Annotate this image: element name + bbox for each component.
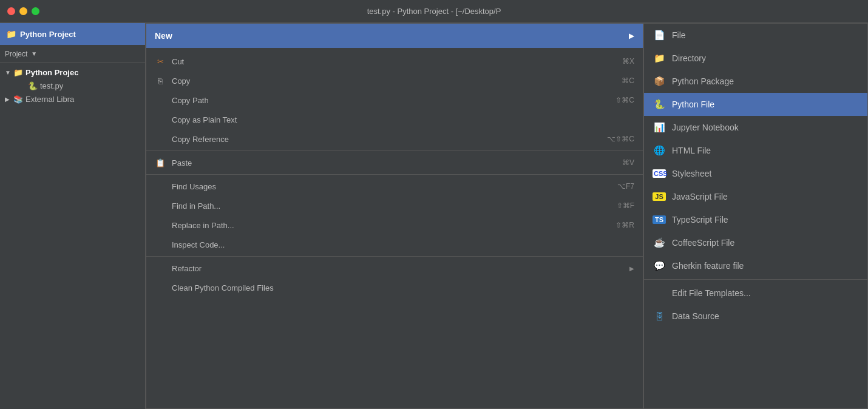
- submenu-item-gherkin[interactable]: 💬 Gherkin feature file: [644, 254, 867, 277]
- menu-header-new[interactable]: New ▶: [146, 24, 643, 48]
- copy-label: Copy: [172, 76, 615, 86]
- submenu-item-edit-templates[interactable]: Edit File Templates...: [644, 282, 867, 305]
- dropdown-arrow-icon[interactable]: ▼: [31, 50, 37, 57]
- datasource-icon: 🗄: [653, 311, 666, 322]
- menu-item-refactor[interactable]: Refactor ▶: [146, 259, 643, 278]
- close-button[interactable]: [7, 7, 15, 15]
- replace-label: Replace in Path...: [172, 221, 609, 230]
- tree-expand-icon: ▶: [5, 96, 11, 103]
- html-icon: 🌐: [653, 145, 666, 156]
- refactor-submenu-arrow: ▶: [629, 265, 634, 272]
- project-folder-icon: 📁: [13, 68, 23, 77]
- stylesheet-label: Stylesheet: [672, 169, 711, 178]
- sidebar-project-title: Python Project: [20, 30, 76, 39]
- tree-item-python-project[interactable]: ▼ 📁 Python Projec: [0, 66, 145, 79]
- find-in-path-label: Find in Path...: [172, 201, 611, 211]
- paste-label: Paste: [172, 158, 616, 167]
- maximize-button[interactable]: [32, 7, 39, 15]
- titlebar: test.py - Python Project - [~/Desktop/P: [0, 0, 868, 23]
- submenu-item-directory[interactable]: 📁 Directory: [644, 47, 867, 70]
- submenu-item-python-file[interactable]: 🐍 Python File: [644, 93, 867, 116]
- copy-plain-label: Copy as Plain Text: [172, 115, 628, 124]
- submenu-item-python-package[interactable]: 📦 Python Package: [644, 70, 867, 93]
- python-file-label: Python File: [672, 100, 714, 109]
- coffeescript-label: CoffeeScript File: [672, 238, 734, 248]
- python-file-icon: 🐍: [653, 99, 666, 110]
- menu-separator-2: [146, 174, 643, 175]
- project-folder-icon: 📁: [6, 29, 16, 39]
- sidebar-header: 📁 Python Project: [0, 23, 145, 45]
- inspect-label: Inspect Code...: [172, 240, 628, 249]
- find-usages-shortcut: ⌥F7: [617, 182, 634, 191]
- copy-icon: ⎘: [155, 76, 166, 86]
- submenu-separator-1: [644, 279, 867, 280]
- refactor-label: Refactor: [172, 264, 623, 273]
- submenu-item-file[interactable]: 📄 File: [644, 24, 867, 47]
- jupyter-label: Jupyter Notebook: [672, 123, 739, 132]
- cut-shortcut: ⌘X: [622, 57, 634, 66]
- tree-item-external-libs[interactable]: ▶ 📚 External Libra: [0, 92, 145, 106]
- menu-item-find-usages[interactable]: Find Usages ⌥F7: [146, 177, 643, 196]
- coffeescript-icon: ☕: [653, 237, 666, 248]
- javascript-label: JavaScript File: [672, 192, 728, 201]
- submenu-item-coffeescript[interactable]: ☕ CoffeeScript File: [644, 231, 867, 254]
- jupyter-icon: 📊: [653, 122, 666, 133]
- external-libs-icon: 📚: [13, 95, 23, 104]
- sidebar-toolbar-label: Project: [5, 50, 27, 58]
- submenu-item-html[interactable]: 🌐 HTML File: [644, 139, 867, 162]
- submenu-item-typescript[interactable]: TS TypeScript File: [644, 208, 867, 231]
- project-name-label: Python Projec: [25, 68, 78, 77]
- minimize-button[interactable]: [19, 7, 27, 15]
- menu-item-clean-compiled[interactable]: Clean Python Compiled Files: [146, 278, 643, 297]
- submenu-arrow-icon: ▶: [629, 32, 634, 40]
- sidebar: 📁 Python Project Project ▼ ▼ 📁 Python Pr…: [0, 23, 146, 409]
- menu-item-copy[interactable]: ⎘ Copy ⌘C: [146, 71, 643, 90]
- cut-icon: ✂: [155, 57, 166, 66]
- file-tree: ▼ 📁 Python Projec 🐍 test.py ▶ 📚 External…: [0, 63, 145, 108]
- typescript-label: TypeScript File: [672, 215, 728, 225]
- submenu-item-jupyter[interactable]: 📊 Jupyter Notebook: [644, 116, 867, 139]
- copy-ref-shortcut: ⌥⇧⌘C: [607, 135, 634, 143]
- copy-shortcut: ⌘C: [622, 76, 634, 85]
- gherkin-label: Gherkin feature file: [672, 261, 744, 271]
- copy-ref-label: Copy Reference: [172, 135, 601, 144]
- submenu-item-stylesheet[interactable]: CSS Stylesheet: [644, 162, 867, 185]
- menu-item-copy-path[interactable]: Copy Path ⇧⌘C: [146, 90, 643, 110]
- python-package-label: Python Package: [672, 76, 734, 86]
- js-icon: JS: [653, 192, 666, 201]
- traffic-lights: [7, 7, 39, 15]
- new-submenu: 📄 File 📁 Directory 📦 Python Package 🐍 Py…: [643, 23, 868, 409]
- menu-item-copy-plain[interactable]: Copy as Plain Text: [146, 110, 643, 129]
- menu-item-paste[interactable]: 📋 Paste ⌘V: [146, 153, 643, 172]
- ts-icon: TS: [653, 215, 666, 224]
- external-libs-label: External Libra: [25, 95, 74, 104]
- window-title: test.py - Python Project - [~/Desktop/P: [367, 7, 501, 16]
- data-source-label: Data Source: [672, 311, 719, 321]
- tree-item-test-py[interactable]: 🐍 test.py: [0, 79, 145, 92]
- submenu-item-data-source[interactable]: 🗄 Data Source: [644, 305, 867, 328]
- paste-icon: 📋: [155, 158, 166, 167]
- replace-shortcut: ⇧⌘R: [615, 221, 634, 229]
- python-package-icon: 📦: [653, 76, 666, 87]
- menu-item-find-in-path[interactable]: Find in Path... ⇧⌘F: [146, 196, 643, 215]
- submenu-item-javascript[interactable]: JS JavaScript File: [644, 185, 867, 208]
- directory-label: Directory: [672, 53, 706, 63]
- directory-icon: 📁: [653, 53, 666, 64]
- test-py-label: test.py: [40, 81, 63, 90]
- clean-label: Clean Python Compiled Files: [172, 283, 628, 292]
- menu-item-cut[interactable]: ✂ Cut ⌘X: [146, 52, 643, 71]
- python-file-icon: 🐍: [28, 81, 38, 90]
- tree-collapse-icon: ▼: [5, 69, 11, 76]
- menu-header-label: New: [155, 31, 172, 41]
- find-usages-label: Find Usages: [172, 182, 611, 191]
- file-label: File: [672, 30, 686, 40]
- menu-item-inspect-code[interactable]: Inspect Code...: [146, 235, 643, 254]
- paste-shortcut: ⌘V: [622, 158, 634, 167]
- cut-label: Cut: [172, 57, 616, 66]
- context-menu: New ▶ ✂ Cut ⌘X ⎘ Copy ⌘C Copy Path ⇧⌘C C…: [146, 23, 643, 409]
- menu-item-replace-in-path[interactable]: Replace in Path... ⇧⌘R: [146, 215, 643, 235]
- menu-separator-1: [146, 150, 643, 151]
- menu-item-copy-ref[interactable]: Copy Reference ⌥⇧⌘C: [146, 129, 643, 149]
- copy-path-label: Copy Path: [172, 96, 609, 105]
- html-label: HTML File: [672, 146, 711, 155]
